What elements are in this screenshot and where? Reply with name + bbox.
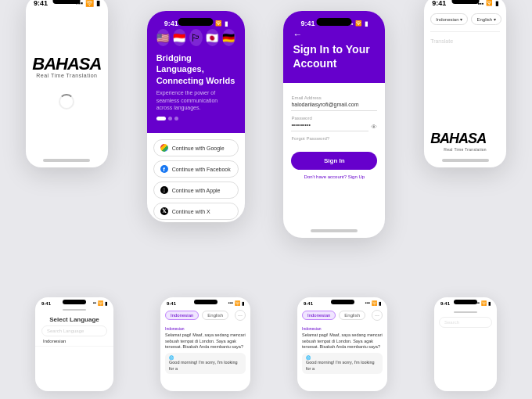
chat-bubble-area-2: Indonesian Selamat pagi! Maaf, saya seda…: [297, 323, 387, 377]
lang-dropdown-indonesian[interactable]: Indonesian▾: [430, 13, 468, 25]
status-bar-4: 9:41 ▪▪▪ 🛜 ▮: [424, 0, 506, 9]
chat-lang-label-2: Indonesian: [302, 326, 383, 331]
chat-more-btn-2[interactable]: ···: [372, 310, 383, 321]
chat-bubble-area-1: Indonesian Selamat pagi! Maaf, saya seda…: [160, 323, 250, 377]
flag-de: 🇩🇪: [222, 29, 235, 46]
search-partial[interactable]: Search: [439, 317, 492, 328]
phone-chat-1: 9:41 ▪▪▪ 🛜 ▮ Indonesian English ··· Indo…: [160, 297, 250, 391]
status-bar-sm-a: 9:41 ▪▪ 🛜 ▮: [35, 297, 113, 307]
battery-icon-2: ▮: [225, 20, 228, 27]
flag-us: 🇺🇸: [156, 29, 170, 46]
onboarding-headline: Bridging Languages, Connecting Worlds: [156, 52, 235, 86]
phone-partial: 9:41 ▪▪ 🛜 ▮ Search: [434, 297, 497, 391]
status-bar-3: 9:41 ▪▪▪ 🛜 ▮: [293, 16, 376, 29]
chat-header-1: Indonesian English ···: [160, 307, 250, 323]
status-bar-2: 9:41 ▪▪▪ 🛜 ▮: [156, 16, 235, 29]
time-1: 9:41: [34, 0, 48, 7]
apple-btn[interactable]:  Continue with Apple: [153, 182, 239, 199]
chat-tab-english-1[interactable]: English: [202, 311, 228, 320]
flag-id: 🇮🇩: [173, 29, 186, 46]
search-language-input[interactable]: Search Language: [41, 325, 107, 336]
language-dropdowns: Indonesian▾ English▾: [430, 13, 500, 25]
dot-2: [168, 117, 172, 120]
dot-3: [174, 117, 178, 120]
password-value[interactable]: ••••••••••: [291, 122, 368, 131]
facebook-btn-label: Continue with Facebook: [172, 167, 231, 172]
lang-dropdown-english[interactable]: English▾: [471, 13, 501, 25]
chat-reply-text-2: Good morning! I'm sorry, I'm looking for…: [306, 360, 379, 372]
signin-button[interactable]: Sign In: [291, 152, 377, 170]
chat-tab-indonesian-2[interactable]: Indonesian: [302, 311, 336, 320]
chat-header-2: Indonesian English ···: [297, 307, 387, 323]
x-btn-label: Continue with X: [172, 209, 210, 214]
signin-title: Sign In to Your Account: [293, 43, 376, 70]
flag-jp: 🇯🇵: [206, 29, 219, 46]
no-account-text: Don't have account? Sign Up: [291, 174, 377, 179]
status-bar-sm-b: 9:41 ▪▪▪ 🛜 ▮: [160, 297, 250, 307]
status-bar-sm-d: 9:41 ▪▪ 🛜 ▮: [434, 297, 497, 307]
home-indicator-4: [424, 156, 506, 167]
apple-btn-label: Continue with Apple: [172, 188, 221, 193]
status-bar-1: 9:41 ▪▪▪ 🛜 ▮: [26, 0, 108, 9]
email-value[interactable]: halodariiasyrofi@gmail.com: [291, 102, 377, 111]
back-arrow-icon[interactable]: ←: [293, 29, 376, 40]
bahasa-logo-sm: BAHASA Real Time Translation: [430, 131, 500, 152]
chat-reply-text-1: Good morning! I'm sorry, I'm looking for…: [169, 360, 242, 372]
google-btn-label: Continue with Google: [172, 146, 225, 151]
wifi-icon-1: 🛜: [85, 0, 94, 7]
status-bar-sm-c: 9:41 ▪▪▪ 🛜 ▮: [297, 297, 387, 307]
time-3: 9:41: [300, 20, 315, 27]
flag-xx: 🏳: [189, 29, 203, 46]
chat-text-2: Selamat pagi! Maaf, saya sedang mencari …: [302, 332, 383, 350]
google-btn[interactable]: Continue with Google: [153, 139, 239, 156]
language-item-indonesian[interactable]: Indonesian: [35, 336, 113, 347]
chat-lang-label-1: Indonesian: [165, 326, 246, 331]
social-buttons-area: Continue with Google f Continue with Fac…: [147, 133, 245, 222]
onboarding-subtitle: Experience the power of seamless communi…: [156, 89, 235, 112]
select-language-title: Select Language: [35, 313, 113, 325]
password-label: Password: [291, 116, 377, 120]
chat-more-btn-1[interactable]: ···: [235, 310, 246, 321]
email-label: Email Address: [291, 95, 377, 100]
phone-onboarding: 9:41 ▪▪▪ 🛜 ▮ 🇺🇸 🇮🇩 🏳 🇯🇵 🇩🇪 Bridging: [147, 11, 245, 222]
loading-spinner: [59, 94, 74, 110]
phone-translate: 9:41 ▪▪▪ 🛜 ▮ Indonesian▾ English▾: [424, 0, 506, 167]
chat-text-1: Selamat pagi! Maaf, saya sedang mencari …: [165, 332, 246, 350]
home-indicator-1: [26, 156, 108, 167]
battery-icon-1: ▮: [96, 0, 100, 7]
phone-select-language: 9:41 ▪▪ 🛜 ▮ Select Language Search Langu…: [35, 297, 113, 391]
emoji-flags-row: 🇺🇸 🇮🇩 🏳 🇯🇵 🇩🇪: [156, 29, 235, 46]
translate-placeholder[interactable]: Translate: [430, 35, 500, 47]
phone-splash: 9:41 ▪▪▪ 🛜 ▮ BAHASA Real Time Translatio…: [26, 0, 108, 167]
time-2: 9:41: [164, 20, 178, 27]
bahasa-logo: BAHASA Real Time Translation: [32, 56, 101, 78]
phone-chat-2: 9:41 ▪▪▪ 🛜 ▮ Indonesian English ··· Indo…: [297, 297, 387, 391]
phone-signin: 9:41 ▪▪▪ 🛜 ▮ ← Sign In to Your Account E…: [283, 11, 385, 238]
facebook-btn[interactable]: f Continue with Facebook: [153, 160, 239, 178]
chat-tab-english-2[interactable]: English: [339, 311, 365, 320]
wifi-icon-2: 🛜: [215, 20, 222, 27]
chat-reply-2: 🌐 Good morning! I'm sorry, I'm looking f…: [302, 353, 383, 374]
forgot-password-link[interactable]: Forgot Password?: [291, 136, 377, 141]
dot-1: [156, 117, 166, 120]
home-indicator-3: [283, 227, 385, 238]
time-4: 9:41: [432, 0, 446, 7]
chat-tab-indonesian-1[interactable]: Indonesian: [165, 311, 199, 320]
dot-indicators: [156, 117, 235, 120]
chat-reply-1: 🌐 Good morning! I'm sorry, I'm looking f…: [165, 353, 246, 374]
signup-link[interactable]: Sign Up: [348, 174, 365, 179]
x-btn[interactable]: 𝕏 Continue with X: [153, 203, 239, 220]
eye-icon[interactable]: 👁: [371, 124, 377, 131]
